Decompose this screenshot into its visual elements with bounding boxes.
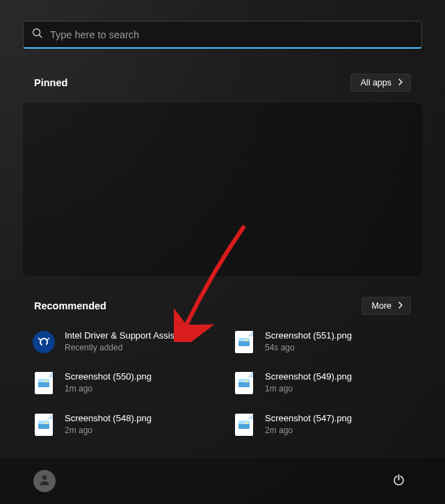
image-file-icon xyxy=(233,372,255,394)
pinned-header: Pinned All apps xyxy=(23,74,422,92)
recommended-item-title: Screenshot (548).png xyxy=(65,413,152,425)
recommended-grid: Intel Driver & Support Assistant Recentl… xyxy=(23,329,422,437)
recommended-item-text: Screenshot (547).png 2m ago xyxy=(265,413,352,436)
svg-point-2 xyxy=(42,475,47,480)
image-file-icon xyxy=(233,331,255,353)
search-box[interactable] xyxy=(23,21,422,49)
recommended-item-text: Intel Driver & Support Assistant Recentl… xyxy=(65,330,190,353)
recommended-item[interactable]: Screenshot (548).png 2m ago xyxy=(26,412,219,437)
image-file-icon xyxy=(33,414,55,436)
all-apps-label: All apps xyxy=(361,78,391,88)
recommended-item-title: Screenshot (549).png xyxy=(265,371,352,383)
power-icon xyxy=(392,473,405,489)
person-icon xyxy=(38,473,51,489)
recommended-item[interactable]: Intel Driver & Support Assistant Recentl… xyxy=(26,329,219,355)
pinned-title: Pinned xyxy=(34,77,67,88)
recommended-item-title: Intel Driver & Support Assistant xyxy=(65,330,190,342)
search-input[interactable] xyxy=(50,29,413,40)
chevron-right-icon xyxy=(397,78,404,88)
recommended-item-sub: Recently added xyxy=(65,343,190,354)
chevron-right-icon xyxy=(397,301,404,311)
recommended-item-text: Screenshot (551).png 54s ago xyxy=(265,330,352,353)
recommended-item-title: Screenshot (550).png xyxy=(65,371,152,383)
recommended-item-text: Screenshot (549).png 1m ago xyxy=(265,371,352,394)
power-button[interactable] xyxy=(385,468,412,494)
image-file-icon xyxy=(33,372,55,394)
content-area: Pinned All apps Recommended More xyxy=(0,0,445,457)
recommended-item-sub: 2m ago xyxy=(265,425,352,437)
recommended-item-sub: 2m ago xyxy=(65,425,152,437)
recommended-item-text: Screenshot (548).png 2m ago xyxy=(65,413,152,436)
start-menu: Pinned All apps Recommended More xyxy=(0,0,445,504)
recommended-item-title: Screenshot (547).png xyxy=(265,413,352,425)
recommended-title: Recommended xyxy=(34,300,106,311)
bottom-bar xyxy=(0,457,445,504)
pinned-area xyxy=(23,103,422,276)
recommended-item-title: Screenshot (551).png xyxy=(265,330,352,342)
recommended-item[interactable]: Screenshot (549).png 1m ago xyxy=(226,370,419,396)
recommended-item-sub: 54s ago xyxy=(265,343,352,354)
recommended-item[interactable]: Screenshot (547).png 2m ago xyxy=(226,412,419,437)
recommended-header: Recommended More xyxy=(23,297,422,315)
recommended-item-sub: 1m ago xyxy=(65,384,152,395)
image-file-icon xyxy=(233,414,255,436)
more-button[interactable]: More xyxy=(362,297,411,315)
intel-icon xyxy=(33,331,55,353)
recommended-item[interactable]: Screenshot (550).png 1m ago xyxy=(26,370,219,396)
svg-line-1 xyxy=(39,35,42,38)
more-label: More xyxy=(372,301,391,311)
recommended-item-sub: 1m ago xyxy=(265,384,352,395)
search-icon xyxy=(32,28,43,42)
recommended-item-text: Screenshot (550).png 1m ago xyxy=(65,371,152,394)
all-apps-button[interactable]: All apps xyxy=(350,74,411,92)
user-account-button[interactable] xyxy=(33,470,56,492)
recommended-item[interactable]: Screenshot (551).png 54s ago xyxy=(226,329,419,355)
